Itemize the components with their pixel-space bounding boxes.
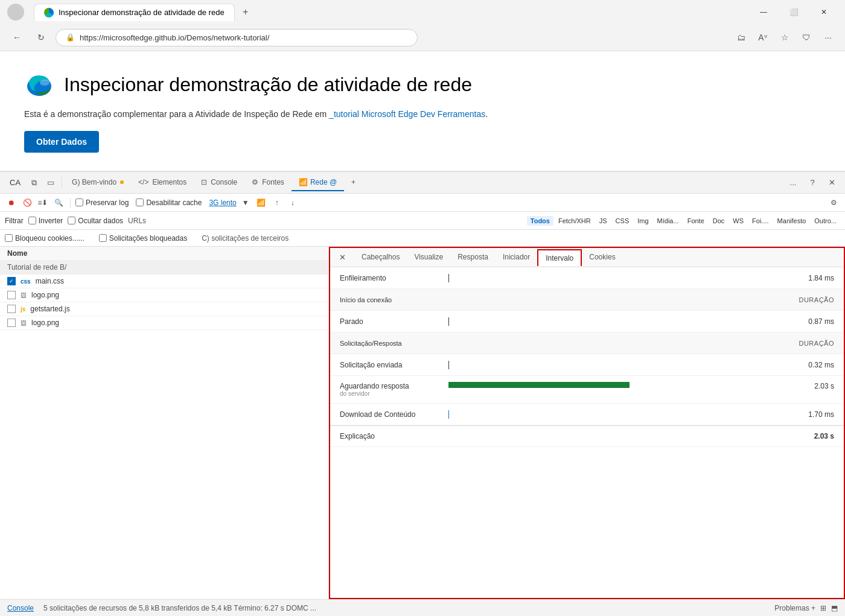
timing-label: Enfileiramento	[340, 274, 448, 282]
filter-toggle-button[interactable]: ≡⬇	[36, 196, 49, 209]
dock-toggle-icon[interactable]: ⬒	[831, 604, 838, 612]
devtools-more: ... ? ✕	[785, 174, 840, 191]
url-input[interactable]: 🔒 https://microsoftedge.github.io/Demos/…	[56, 29, 418, 46]
tab-console[interactable]: ⊡ Console	[194, 174, 244, 191]
detail-close-button[interactable]: ✕	[335, 250, 349, 265]
refresh-button[interactable]: ↻	[31, 28, 51, 47]
copy-icon[interactable]: ⧉	[25, 174, 42, 191]
devtools-close-button[interactable]: ✕	[823, 174, 840, 191]
url-text: https://microsoftedge.github.io/Demos/ne…	[80, 33, 269, 42]
waiting-sublabel: do servidor	[340, 390, 448, 397]
filter-type-css[interactable]: CSS	[612, 216, 633, 226]
timing-value: 2.03 s	[798, 382, 834, 390]
file-icon: css	[21, 278, 31, 285]
browser-tab[interactable]: Inspecionar demonstração de atividade de…	[34, 4, 235, 21]
drawer-icon[interactable]: ▭	[42, 174, 59, 191]
filter-type-doc[interactable]: Doc	[709, 216, 729, 226]
wifi-icon[interactable]: 📶	[255, 196, 268, 209]
timing-content: Enfileiramento 1.84 ms Início da conexão…	[330, 267, 844, 598]
back-button[interactable]: ←	[7, 28, 27, 47]
tab-fontes[interactable]: ⚙ Fontes	[244, 174, 292, 191]
search-button[interactable]: 🔍	[52, 196, 65, 209]
page-description: Esta é a demonstração complementar para …	[24, 109, 821, 119]
rede-label: Rede @	[310, 178, 337, 186]
invert-checkbox[interactable]: Inverter	[28, 217, 63, 225]
maximize-button[interactable]: ⬜	[780, 2, 808, 22]
waiting-label: Aguardando resposta	[340, 382, 448, 390]
get-data-button[interactable]: Obter Dados	[24, 131, 99, 153]
timing-tick-icon	[448, 317, 449, 326]
filter-type-manifesto[interactable]: Manifesto	[774, 216, 810, 226]
tab-rede[interactable]: 📶 Rede @	[292, 174, 344, 191]
tab-intervalo[interactable]: Intervalo	[537, 249, 582, 266]
throttle-arrow-icon[interactable]: ▼	[239, 196, 252, 209]
read-aloud-button[interactable]: Aᵛ	[753, 28, 773, 47]
network-settings-button[interactable]: ⚙	[827, 196, 840, 209]
file-checkbox[interactable]	[7, 291, 16, 299]
hide-data-label: Ocultar dados	[78, 217, 123, 225]
more-tools-button[interactable]: ···	[818, 28, 838, 47]
problems-button[interactable]: Problemas +	[774, 604, 815, 612]
close-button[interactable]: ✕	[810, 2, 838, 22]
filter-type-js[interactable]: JS	[596, 216, 611, 226]
file-icon: 🖼	[21, 292, 27, 299]
list-item[interactable]: 🖼 logo.png	[0, 316, 328, 330]
tab-visualize[interactable]: Visualize	[407, 249, 450, 266]
list-item[interactable]: 🖼 logo.png	[0, 288, 328, 302]
file-name: getstarted.js	[30, 305, 69, 313]
hide-data-checkbox[interactable]: Ocultar dados	[68, 217, 123, 225]
clear-button[interactable]: 🚫	[21, 196, 34, 209]
file-name: logo.png	[31, 319, 59, 327]
timing-label: Parado	[340, 317, 448, 326]
download-icon[interactable]: ↓	[286, 196, 299, 209]
tab-boas-vindas[interactable]: G) Bem-vindo	[65, 174, 131, 191]
help-button[interactable]: ?	[804, 174, 821, 191]
file-checkbox[interactable]: ✓	[7, 277, 16, 285]
filter-type-fonte[interactable]: Fonte	[684, 216, 708, 226]
tab-plus-devtools[interactable]: +	[344, 174, 363, 191]
explanation-value: 2.03 s	[798, 432, 834, 440]
preserve-log-checkbox[interactable]: Preservar log	[75, 198, 129, 207]
filter-type-todos[interactable]: Todos	[527, 216, 553, 226]
tab-cabecalhos[interactable]: Cabeçalhos	[354, 249, 407, 266]
blocked-cookies-checkbox[interactable]: Bloqueou cookies......	[5, 234, 84, 243]
more-options-button[interactable]: ...	[785, 174, 802, 191]
devtools-panel: CA ⧉ ▭ G) Bem-vindo </> Elementos ⊡ Cons…	[0, 171, 845, 616]
lock-icon: 🔒	[66, 33, 75, 42]
new-tab-button[interactable]: +	[237, 4, 254, 21]
blocked-requests-label: Solicitações bloqueadas	[109, 234, 187, 243]
upload-icon[interactable]: ↑	[270, 196, 284, 209]
timing-value: 1.70 ms	[798, 410, 834, 419]
browser-essentials-button[interactable]: 🛡	[797, 28, 816, 47]
timing-row-aguardando: Aguardando resposta do servidor 2.03 s	[330, 376, 844, 404]
filter-type-foi[interactable]: Foi....	[748, 216, 773, 226]
timing-bar-area	[448, 274, 798, 282]
file-checkbox[interactable]	[7, 319, 16, 327]
disable-cache-checkbox[interactable]: Desabilitar cache	[136, 198, 202, 207]
filter-type-outro[interactable]: Outro...	[811, 216, 840, 226]
timing-tick-icon	[448, 410, 449, 419]
list-item[interactable]: js getstarted.js	[0, 302, 328, 316]
waiting-bar	[448, 382, 630, 388]
filter-type-fetchxhr[interactable]: Fetch/XHR	[555, 216, 595, 226]
throttle-dropdown[interactable]: 3G lento	[209, 198, 236, 207]
tab-resposta[interactable]: Resposta	[450, 249, 496, 266]
collections-button[interactable]: 🗂	[732, 28, 751, 47]
filter-type-ws[interactable]: WS	[729, 216, 747, 226]
filter-type-img[interactable]: Img	[634, 216, 652, 226]
tab-iniciador[interactable]: Iniciador	[496, 249, 537, 266]
record-button[interactable]: ⏺	[5, 196, 18, 209]
tutorial-link[interactable]: _tutorial Microsoft Edge Dev Ferramentas	[329, 109, 485, 119]
blocked-requests-checkbox[interactable]: Solicitações bloqueadas	[99, 234, 187, 243]
sidebar-toggle-icon[interactable]: ⊞	[820, 604, 826, 612]
tab-cookies[interactable]: Cookies	[582, 249, 622, 266]
minimize-button[interactable]: —	[750, 2, 777, 22]
tab-elementos[interactable]: </> Elementos	[131, 174, 194, 191]
console-link[interactable]: Console	[7, 604, 34, 612]
list-item[interactable]: ✓ css main.css	[0, 275, 328, 288]
favorites-button[interactable]: ☆	[775, 28, 794, 47]
timing-row-parado: Parado 0.87 ms	[330, 311, 844, 332]
file-checkbox[interactable]	[7, 305, 16, 313]
timing-label: Solicitação enviada	[340, 361, 448, 369]
filter-type-midia[interactable]: Mídia...	[654, 216, 683, 226]
